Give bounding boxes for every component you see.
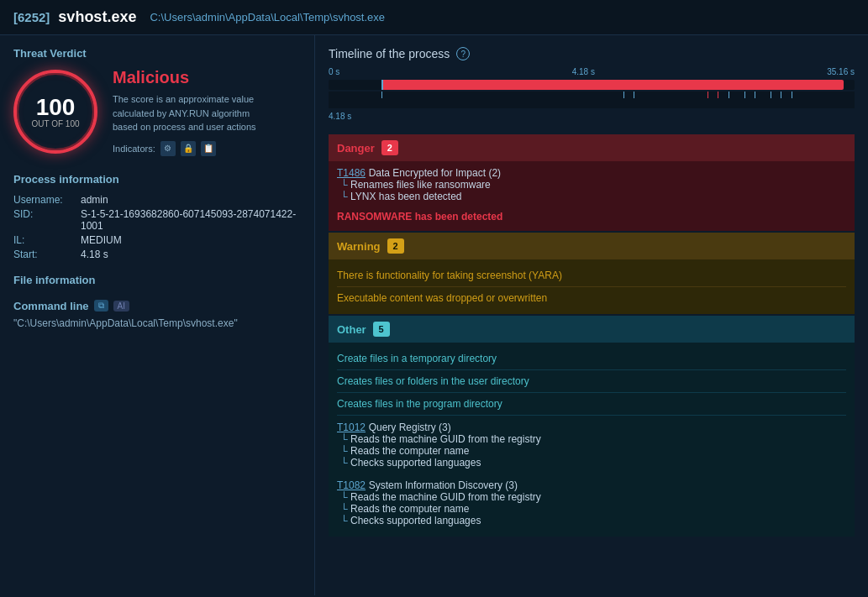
- cmd-ai-badge[interactable]: AI: [113, 301, 129, 312]
- timeline-title: Timeline of the process: [329, 47, 450, 60]
- danger-label: Danger: [337, 142, 375, 154]
- username-label: Username:: [13, 194, 81, 206]
- other-program-files[interactable]: Creates files in the program directory: [337, 393, 846, 416]
- tick-4: [708, 92, 708, 98]
- command-line-section: Command line ⧉ AI "C:\Users\admin\AppDat…: [13, 300, 301, 329]
- other-label: Other: [337, 323, 366, 336]
- sub-t1082-lang: Checks supported languages: [337, 515, 846, 526]
- technique-t1082: T1082 System Information Discovery (3) R…: [337, 474, 846, 526]
- technique-t1012-link[interactable]: T1012: [337, 422, 366, 433]
- verdict-description: The score is an approximate value calcul…: [113, 92, 264, 134]
- timeline-mid: 4.18 s: [572, 67, 595, 76]
- other-section: Other 5 Create files in a temporary dire…: [329, 316, 855, 537]
- timeline-tick-blue: [381, 80, 383, 90]
- username-value: admin: [81, 194, 108, 206]
- process-name: svhost.exe: [58, 8, 136, 26]
- verdict-info: Malicious The score is an approximate va…: [113, 68, 264, 156]
- verdict-label: Malicious: [113, 68, 264, 87]
- technique-t1082-link[interactable]: T1082: [337, 479, 366, 491]
- timeline-ruler: 0 s 4.18 s 35.16 s: [329, 67, 855, 76]
- il-value: MEDIUM: [81, 234, 122, 246]
- timeline-section: Timeline of the process ? 0 s 4.18 s 35.…: [329, 47, 855, 121]
- verdict-content: 100 OUT OF 100 Malicious The score is an…: [13, 68, 301, 156]
- tick-10: [781, 92, 781, 98]
- timeline-end: 35.16 s: [827, 67, 855, 76]
- sub-t1012-lang: Checks supported languages: [337, 457, 846, 469]
- tick-7: [744, 92, 745, 98]
- ransomware-alert: RANSOMWARE has been detected: [337, 207, 846, 226]
- info-row-il: IL: MEDIUM: [13, 234, 301, 246]
- score-number: 100: [36, 96, 76, 119]
- cmd-header: Command line ⧉ AI: [13, 300, 301, 312]
- sid-value: S-1-5-21-1693682860-607145093-2874071422…: [81, 208, 301, 232]
- threat-verdict-title: Threat Verdict: [13, 47, 301, 60]
- threat-verdict-section: Threat Verdict 100 OUT OF 100 Malicious …: [13, 47, 301, 156]
- other-header[interactable]: Other 5: [329, 316, 855, 343]
- pid-label: [6252]: [13, 10, 50, 24]
- warning-count: 2: [387, 238, 404, 254]
- tick-2: [623, 92, 624, 98]
- start-value: 4.18 s: [81, 249, 108, 260]
- warning-screenshot[interactable]: There is functionality for taking screen…: [337, 264, 846, 287]
- file-info-section: File information: [13, 274, 301, 286]
- right-panel: Timeline of the process ? 0 s 4.18 s 35.…: [315, 35, 868, 595]
- technique-t1012-desc: Query Registry (3): [369, 422, 451, 433]
- technique-t1486-desc: Data Encrypted for Impact (2): [369, 167, 501, 179]
- technique-t1012: T1012 Query Registry (3) Reads the machi…: [337, 416, 846, 469]
- timeline-red-bar: [381, 80, 844, 90]
- timeline-help-icon[interactable]: ?: [456, 47, 470, 60]
- technique-t1486-link[interactable]: T1486: [337, 167, 366, 179]
- process-info-section: Process information Username: admin SID:…: [13, 173, 301, 260]
- indicators-label: Indicators:: [113, 144, 155, 154]
- timeline-bottom-label: 4.18 s: [329, 112, 855, 121]
- left-panel: Threat Verdict 100 OUT OF 100 Malicious …: [0, 35, 315, 595]
- cmd-title: Command line: [13, 300, 89, 312]
- info-row-username: Username: admin: [13, 194, 301, 206]
- danger-header[interactable]: Danger 2: [329, 134, 855, 161]
- warning-label: Warning: [337, 240, 381, 253]
- tick-5: [718, 92, 718, 98]
- warning-header[interactable]: Warning 2: [329, 233, 855, 259]
- process-path: C:\Users\admin\AppData\Local\Temp\svhost…: [150, 11, 385, 24]
- sub-t1082-guid: Reads the machine GUID from the registry: [337, 491, 846, 503]
- indicator-icon-1: ⚙: [160, 141, 176, 156]
- main-layout: Threat Verdict 100 OUT OF 100 Malicious …: [0, 35, 868, 595]
- other-temp-files[interactable]: Create files in a temporary directory: [337, 348, 846, 370]
- file-info-title: File information: [13, 274, 301, 286]
- other-body: Create files in a temporary directory Cr…: [329, 343, 855, 537]
- danger-count: 2: [381, 140, 398, 155]
- info-row-sid: SID: S-1-5-21-1693682860-607145093-28740…: [13, 208, 301, 232]
- timeline-start: 0 s: [329, 67, 339, 76]
- danger-body: T1486 Data Encrypted for Impact (2) Rena…: [329, 161, 855, 231]
- timeline-header: Timeline of the process ?: [329, 47, 855, 60]
- il-label: IL:: [13, 234, 81, 246]
- sub-t1012-name: Reads the computer name: [337, 445, 846, 457]
- technique-t1082-desc: System Information Discovery (3): [369, 479, 518, 491]
- timeline-bar: [329, 80, 855, 90]
- score-outof: OUT OF 100: [31, 119, 79, 128]
- cmd-value: "C:\Users\admin\AppData\Local\Temp\svhos…: [13, 317, 301, 329]
- danger-section: Danger 2 T1486 Data Encrypted for Impact…: [329, 134, 855, 231]
- sid-label: SID:: [13, 208, 81, 232]
- warning-body: There is functionality for taking screen…: [329, 259, 855, 314]
- warning-executable[interactable]: Executable content was dropped or overwr…: [337, 287, 846, 309]
- other-user-files[interactable]: Creates files or folders in the user dir…: [337, 370, 846, 393]
- process-info-title: Process information: [13, 173, 301, 186]
- sub-t1012-guid: Reads the machine GUID from the registry: [337, 433, 846, 445]
- technique-t1486: T1486 Data Encrypted for Impact (2) Rena…: [337, 166, 846, 202]
- indicator-icon-3: 📋: [201, 141, 216, 156]
- start-label: Start:: [13, 249, 81, 260]
- header: [6252] svhost.exe C:\Users\admin\AppData…: [0, 0, 868, 35]
- score-circle: 100 OUT OF 100: [13, 70, 97, 154]
- sub-lynx: LYNX has been detected: [337, 191, 846, 202]
- other-count: 5: [373, 322, 390, 337]
- indicator-icon-2: 🔒: [181, 141, 196, 156]
- info-row-start: Start: 4.18 s: [13, 249, 301, 260]
- sub-t1082-name: Reads the computer name: [337, 503, 846, 515]
- tick-9: [771, 92, 771, 98]
- indicators-row: Indicators: ⚙ 🔒 📋: [113, 141, 264, 156]
- tick-8: [755, 92, 755, 98]
- tick-1: [381, 92, 382, 98]
- tick-6: [729, 92, 729, 98]
- cmd-copy-badge[interactable]: ⧉: [94, 300, 108, 312]
